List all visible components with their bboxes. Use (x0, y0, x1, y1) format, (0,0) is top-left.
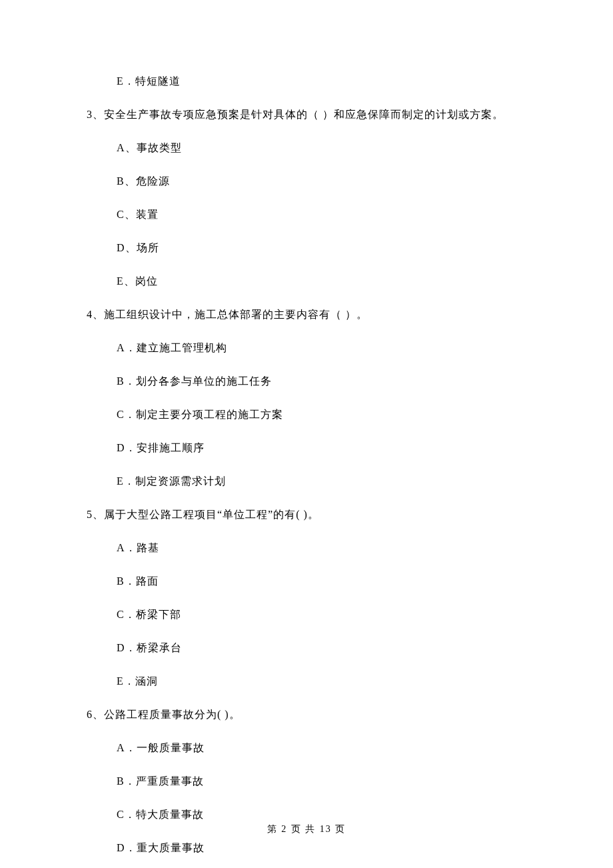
q5-option-c: C．桥梁下部 (87, 607, 526, 623)
q4-option-c: C．制定主要分项工程的施工方案 (87, 407, 526, 423)
q4-option-e: E．制定资源需求计划 (87, 473, 526, 489)
q6-text: 6、公路工程质量事故分为( )。 (87, 707, 526, 723)
q3-option-d: D、场所 (87, 240, 526, 256)
page-footer: 第 2 页 共 13 页 (0, 822, 613, 836)
q5-option-d: D．桥梁承台 (87, 640, 526, 656)
q5-option-a: A．路基 (87, 540, 526, 556)
q6-option-a: A．一般质量事故 (87, 740, 526, 756)
q6-option-b: B．严重质量事故 (87, 773, 526, 789)
q3-text: 3、安全生产事故专项应急预案是针对具体的（ ）和应急保障而制定的计划或方案。 (87, 107, 526, 123)
q5-text: 5、属于大型公路工程项目“单位工程”的有( )。 (87, 507, 526, 523)
q3-option-e: E、岗位 (87, 273, 526, 289)
q6-option-d: D．重大质量事故 (87, 840, 526, 856)
q6-option-c: C．特大质量事故 (87, 807, 526, 823)
q4-option-a: A．建立施工管理机构 (87, 340, 526, 356)
q4-option-d: D．安排施工顺序 (87, 440, 526, 456)
q2-option-e: E．特短隧道 (87, 73, 526, 89)
q5-option-b: B．路面 (87, 573, 526, 589)
q3-option-b: B、危险源 (87, 173, 526, 189)
q4-option-b: B．划分各参与单位的施工任务 (87, 373, 526, 389)
q3-option-a: A、事故类型 (87, 140, 526, 156)
q3-option-c: C、装置 (87, 207, 526, 223)
q5-option-e: E．涵洞 (87, 673, 526, 689)
q4-text: 4、施工组织设计中，施工总体部署的主要内容有（ ）。 (87, 307, 526, 323)
